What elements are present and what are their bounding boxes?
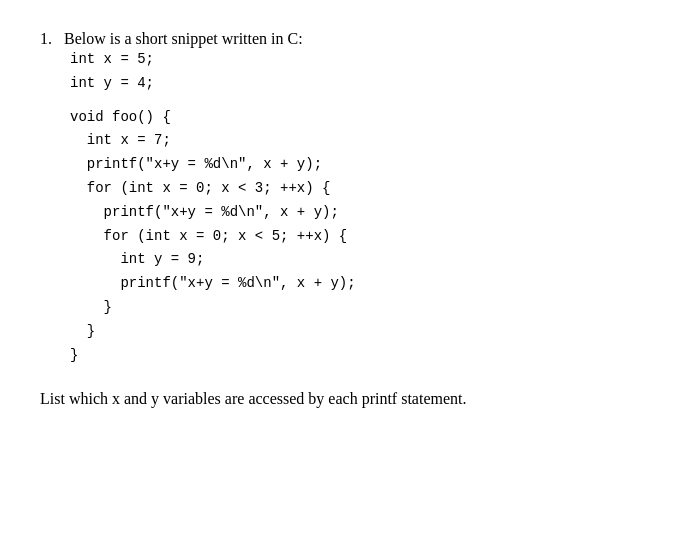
code-line-4: int x = 7; — [70, 129, 660, 153]
footer-text: List which x and y variables are accesse… — [40, 387, 660, 411]
question-header: 1. Below is a short snippet written in C… — [40, 30, 660, 48]
question-number: 1. — [40, 30, 52, 47]
code-line-12: } — [70, 320, 660, 344]
code-line-11: } — [70, 296, 660, 320]
question-intro: Below is a short snippet written in C: — [64, 30, 303, 47]
code-line-9: int y = 9; — [70, 248, 660, 272]
question-container: 1. Below is a short snippet written in C… — [40, 30, 660, 411]
code-line-6: for (int x = 0; x < 3; ++x) { — [70, 177, 660, 201]
code-line-13: } — [70, 344, 660, 368]
code-line-10: printf("x+y = %d\n", x + y); — [70, 272, 660, 296]
code-line-3: void foo() { — [70, 106, 660, 130]
code-line-1: int x = 5; — [70, 48, 660, 72]
code-line-8: for (int x = 0; x < 5; ++x) { — [70, 225, 660, 249]
code-line-7: printf("x+y = %d\n", x + y); — [70, 201, 660, 225]
code-line-5: printf("x+y = %d\n", x + y); — [70, 153, 660, 177]
code-line-2: int y = 4; — [70, 72, 660, 96]
code-block: int x = 5; int y = 4; void foo() { int x… — [70, 48, 660, 367]
